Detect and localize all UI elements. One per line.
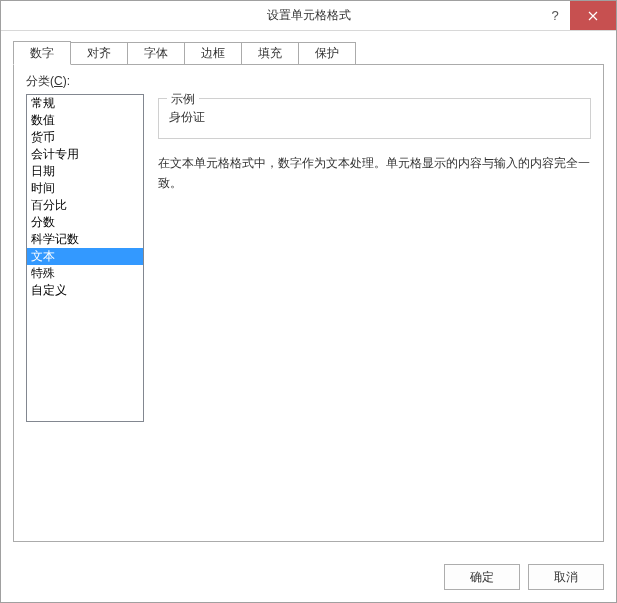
category-label-prefix: 分类( [26,74,54,88]
cancel-button[interactable]: 取消 [528,564,604,590]
category-item[interactable]: 文本 [27,248,143,265]
tab-0[interactable]: 数字 [13,41,71,65]
category-item[interactable]: 特殊 [27,265,143,282]
example-value: 身份证 [169,107,580,128]
tab-2[interactable]: 字体 [127,42,185,64]
example-legend: 示例 [167,91,199,108]
tab-content-number: 分类(C): 常规数值货币会计专用日期时间百分比分数科学记数文本特殊自定义 示例… [13,65,604,542]
tab-strip: 数字对齐字体边框填充保护 [13,41,604,65]
dialog-body: 数字对齐字体边框填充保护 分类(C): 常规数值货币会计专用日期时间百分比分数科… [1,31,616,554]
category-item[interactable]: 常规 [27,95,143,112]
right-pane: 示例 身份证 在文本单元格格式中，数字作为文本处理。单元格显示的内容与输入的内容… [158,94,591,529]
titlebar-controls: ? [540,1,616,30]
category-item[interactable]: 百分比 [27,197,143,214]
close-button[interactable] [570,1,616,30]
category-item[interactable]: 数值 [27,112,143,129]
category-label-key: C [54,74,63,88]
category-item[interactable]: 会计专用 [27,146,143,163]
dialog-title: 设置单元格格式 [1,7,616,24]
category-item[interactable]: 时间 [27,180,143,197]
category-item[interactable]: 日期 [27,163,143,180]
category-label: 分类(C): [26,73,591,90]
category-item[interactable]: 自定义 [27,282,143,299]
category-item[interactable]: 科学记数 [27,231,143,248]
titlebar: 设置单元格格式 ? [1,1,616,31]
tab-4[interactable]: 填充 [241,42,299,64]
category-item[interactable]: 货币 [27,129,143,146]
format-cells-dialog: 设置单元格格式 ? 数字对齐字体边框填充保护 分类(C): 常规数值货币会计专用… [0,0,617,603]
tab-1[interactable]: 对齐 [70,42,128,64]
content-row: 常规数值货币会计专用日期时间百分比分数科学记数文本特殊自定义 示例 身份证 在文… [26,94,591,529]
ok-button[interactable]: 确定 [444,564,520,590]
tab-5[interactable]: 保护 [298,42,356,64]
category-label-suffix: ): [63,74,70,88]
example-group: 示例 身份证 [158,98,591,139]
dialog-footer: 确定 取消 [1,554,616,602]
category-list[interactable]: 常规数值货币会计专用日期时间百分比分数科学记数文本特殊自定义 [26,94,144,422]
help-button[interactable]: ? [540,1,570,30]
category-item[interactable]: 分数 [27,214,143,231]
tab-3[interactable]: 边框 [184,42,242,64]
category-description: 在文本单元格格式中，数字作为文本处理。单元格显示的内容与输入的内容完全一致。 [158,153,591,194]
close-icon [588,11,598,21]
